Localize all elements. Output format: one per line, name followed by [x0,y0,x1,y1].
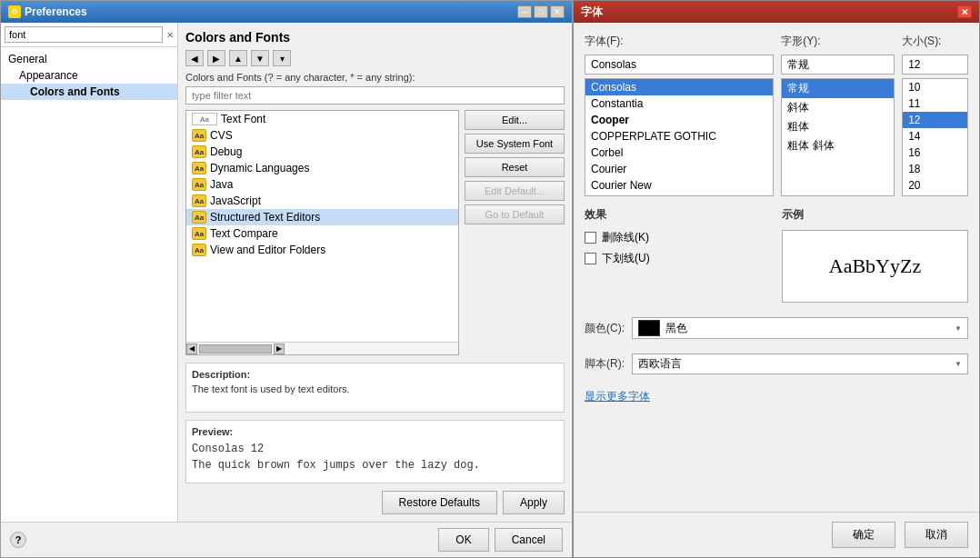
font-item-javascript[interactable]: Aa JavaScript [186,193,458,209]
dialog-close-button[interactable]: ✕ [957,5,972,18]
font-name-col: 字体(F): Consolas Constantia Cooper COPPER… [585,34,774,196]
size-20[interactable]: 20 [903,177,967,194]
dialog-title: 字体 [581,5,603,20]
underline-label: 下划线(U) [602,251,650,266]
nav-down-button[interactable]: ▼ [251,50,269,66]
sidebar-item-general[interactable]: General [1,51,177,67]
script-label: 脚本(R): [585,356,625,372]
preview-area: Preview: Consolas 12 The quick brown fox… [185,420,565,483]
nav-menu-button[interactable]: ▾ [273,50,291,66]
font-list-scroll[interactable]: Aa Text Font Aa CVS Aa Debug Aa [186,111,458,342]
size-11[interactable]: 11 [903,95,967,112]
search-clear-icon[interactable]: ✕ [166,30,174,40]
size-12[interactable]: 12 [903,112,967,128]
description-area: Description: The text font is used by te… [185,363,565,413]
font-style-list[interactable]: 常规 斜体 粗体 粗体 斜体 [781,78,895,196]
font-style-label: 字形(Y): [781,34,895,49]
font-list-constantia[interactable]: Constantia [585,95,773,112]
strikethrough-checkbox[interactable] [585,232,596,244]
font-size-col: 大小(S): 10 11 12 14 16 18 20 [902,34,968,196]
sidebar-item-appearance[interactable]: Appearance [1,67,177,84]
dialog-ok-button[interactable]: 确定 [832,522,895,548]
font-list-corbel[interactable]: Corbel [585,144,773,161]
ok-button[interactable]: OK [438,528,488,552]
font-icon: Aa [192,227,206,240]
tree-area: General Appearance Colors and Fonts [1,47,177,522]
font-size-list[interactable]: 10 11 12 14 16 18 20 [902,78,968,196]
h-scroll-right[interactable]: ▶ [274,344,285,354]
style-bold[interactable]: 粗体 [782,117,894,136]
footer-buttons: OK Cancel [438,528,563,552]
restore-defaults-button[interactable]: Restore Defaults [382,491,497,514]
help-icon[interactable]: ? [10,532,26,548]
font-action-buttons: Edit... Use System Font Reset Edit Defau… [465,110,565,355]
font-item-java[interactable]: Aa Java [186,176,458,193]
preview-title: 示例 [782,207,968,223]
font-icon: Aa [192,162,206,174]
edit-default-button: Edit Default... [465,181,565,201]
color-select[interactable]: 黑色 ▼ [632,317,968,339]
style-italic[interactable]: 斜体 [782,98,894,117]
font-dialog: 字体 ✕ 字体(F): Consolas Constantia Cooper C… [573,0,980,558]
nav-fwd-button[interactable]: ▶ [207,50,225,66]
size-18[interactable]: 18 [903,161,967,177]
h-scroll-thumb[interactable] [199,344,272,354]
font-item-dynamic[interactable]: Aa Dynamic Languages [186,160,458,176]
filter-input[interactable] [185,86,565,105]
font-list-cooper[interactable]: Cooper [585,112,773,128]
script-select[interactable]: 西欧语言 ▼ [632,354,968,374]
structured-text-label: Structured Text Editors [210,211,320,224]
maximize-button[interactable]: □ [534,5,548,18]
sidebar: ✕ General Appearance Colors and Fonts [1,23,178,522]
nav-back-button[interactable]: ◀ [185,50,204,66]
font-list-consolas[interactable]: Consolas [585,79,773,95]
cancel-button[interactable]: Cancel [495,528,563,552]
font-selectors: 字体(F): Consolas Constantia Cooper COPPER… [585,34,968,196]
show-more-fonts-link[interactable]: 显示更多字体 [585,389,968,404]
nav-bar: ◀ ▶ ▲ ▼ ▾ [185,50,565,66]
size-16[interactable]: 16 [903,144,967,161]
reset-button[interactable]: Reset [465,157,565,177]
effects-col: 效果 删除线(K) 下划线(U) [585,207,771,303]
font-item-cvs[interactable]: Aa CVS [186,127,458,144]
font-item-structured-text[interactable]: Aa Structured Text Editors [186,209,458,225]
style-bold-italic[interactable]: 粗体 斜体 [782,136,894,155]
font-list-courier[interactable]: Courier [585,161,773,177]
preview-label: Preview: [192,426,558,437]
size-14[interactable]: 14 [903,128,967,144]
font-style-input[interactable] [781,55,895,75]
font-name-input[interactable] [585,55,774,75]
effects-title: 效果 [585,207,771,223]
style-regular[interactable]: 常规 [782,79,894,98]
horizontal-scrollbar[interactable]: ◀ ▶ [186,342,458,354]
script-dropdown-arrow: ▼ [955,360,962,368]
sidebar-item-general-label: General [8,53,47,65]
filter-label: Colors and Fonts (? = any character, * =… [185,72,565,83]
edit-button[interactable]: Edit... [465,110,565,130]
nav-up-button[interactable]: ▲ [229,50,247,66]
size-10[interactable]: 10 [903,79,967,95]
apply-button[interactable]: Apply [503,491,565,514]
strikethrough-row: 删除线(K) [585,230,771,245]
description-text: The text font is used by text editors. [192,384,558,394]
search-input[interactable] [5,26,163,43]
font-item-text-font[interactable]: Aa Text Font [186,111,458,127]
font-icon: Aa [192,194,206,207]
font-item-view-editor[interactable]: Aa View and Editor Folders [186,242,458,258]
font-list-courier-new[interactable]: Courier New [585,177,773,194]
use-system-font-button[interactable]: Use System Font [465,134,565,154]
dialog-cancel-button[interactable]: 取消 [905,522,968,548]
h-scroll-left[interactable]: ◀ [186,344,197,354]
dialog-body: 字体(F): Consolas Constantia Cooper COPPER… [574,23,979,512]
underline-checkbox[interactable] [585,253,596,264]
font-list-copperplate[interactable]: COPPERPLATE GOTHIC [585,128,773,144]
minimize-button[interactable]: — [517,5,532,18]
font-item-debug[interactable]: Aa Debug [186,144,458,160]
close-button[interactable]: ✕ [550,5,565,18]
font-item-text-compare[interactable]: Aa Text Compare [186,225,458,242]
font-icon: Aa [192,211,206,224]
preview-line1: Consolas 12 [192,441,558,457]
font-size-input[interactable] [902,55,968,75]
font-name-list[interactable]: Consolas Constantia Cooper COPPERPLATE G… [585,78,774,196]
sidebar-item-colors-fonts[interactable]: Colors and Fonts [1,84,177,100]
